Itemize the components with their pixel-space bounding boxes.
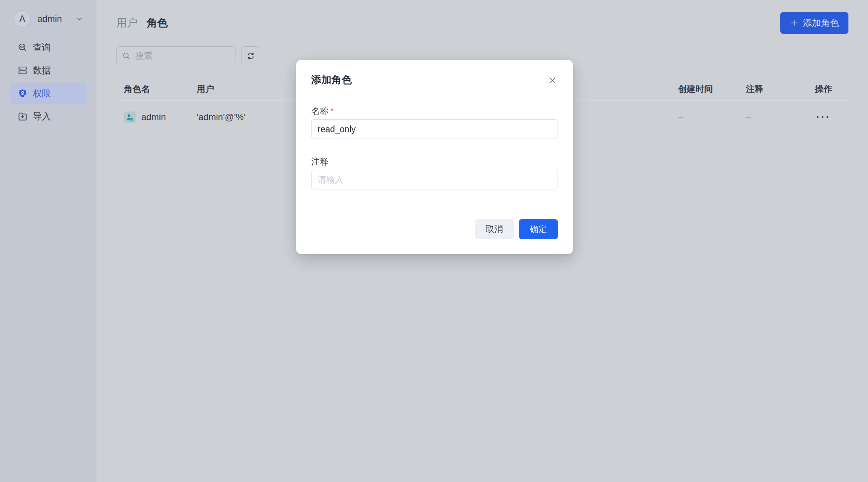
- name-label-text: 名称: [311, 106, 329, 116]
- close-button[interactable]: [547, 75, 558, 86]
- comment-input[interactable]: [311, 170, 558, 189]
- confirm-button[interactable]: 确定: [519, 219, 558, 239]
- modal-header: 添加角色: [311, 73, 558, 86]
- required-mark: *: [330, 106, 334, 116]
- add-role-modal: 添加角色 名称* 注释 取消 确定: [296, 60, 573, 254]
- name-field-label: 名称*: [311, 106, 558, 116]
- modal-title: 添加角色: [311, 73, 352, 86]
- name-input[interactable]: [311, 119, 558, 139]
- modal-footer: 取消 确定: [311, 219, 558, 239]
- cancel-button[interactable]: 取消: [475, 219, 514, 239]
- comment-label-text: 注释: [311, 157, 329, 166]
- comment-field-label: 注释: [311, 156, 558, 167]
- close-icon: [547, 75, 558, 85]
